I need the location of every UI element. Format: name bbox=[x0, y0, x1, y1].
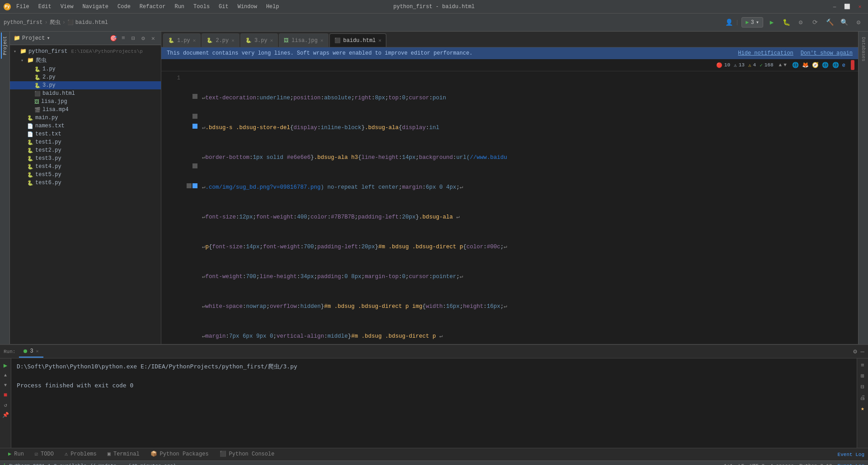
bp-settings-icon[interactable]: ≡ bbox=[859, 361, 867, 369]
search-button[interactable]: 🔍 bbox=[838, 17, 850, 28]
tab-close-baiduhtml[interactable]: ✕ bbox=[379, 37, 382, 43]
tab-todo[interactable]: ☑ TODO bbox=[30, 448, 58, 461]
tree-item-test5[interactable]: 🐍 test5.py bbox=[10, 171, 161, 179]
project-close-icon[interactable]: ✕ bbox=[149, 34, 157, 42]
event-log[interactable]: Event Log bbox=[838, 463, 864, 465]
safari-icon[interactable]: 🧭 bbox=[812, 62, 819, 69]
tree-item-1py[interactable]: 🐍 1.py bbox=[10, 65, 161, 73]
event-log-link[interactable]: Event Log bbox=[838, 452, 864, 457]
build-button[interactable]: 🔨 bbox=[824, 17, 835, 28]
tree-item-test3[interactable]: 🐍 test3.py bbox=[10, 154, 161, 163]
run-stop-button[interactable]: ■ bbox=[1, 391, 9, 399]
run-config-button[interactable]: ▶ 3 ▾ bbox=[741, 17, 763, 28]
window-controls[interactable]: — ⬜ ✕ bbox=[830, 2, 864, 11]
tab-3py[interactable]: 🐍 3.py ✕ bbox=[240, 33, 278, 47]
line-ending[interactable]: LF bbox=[738, 463, 744, 465]
tab-baiduhtml[interactable]: ⬛ baidu.html ✕ bbox=[329, 33, 387, 47]
bp-star-icon[interactable]: ★ bbox=[859, 405, 867, 413]
project-expand-icon[interactable]: ≡ bbox=[119, 34, 127, 42]
breadcrumb-root[interactable]: python_first bbox=[4, 19, 42, 26]
coverage-button[interactable]: ⚙ bbox=[795, 17, 807, 28]
code-content[interactable]: ↵text-decoration:underline;position:abso… bbox=[198, 71, 858, 344]
bp-terminal-icon[interactable]: ⊟ bbox=[859, 383, 867, 391]
menu-help[interactable]: Help bbox=[264, 3, 281, 11]
tree-item-python_first[interactable]: ▾ 📁 python_first E:\IDEA\PythonProjects\… bbox=[10, 47, 161, 56]
tree-item-test[interactable]: 📄 test.txt bbox=[10, 130, 161, 138]
project-locate-icon[interactable]: 🎯 bbox=[109, 34, 117, 42]
menu-file[interactable]: File bbox=[14, 3, 31, 11]
bp-layout-icon[interactable]: ⊞ bbox=[859, 372, 867, 380]
rsidebar-tab-databases[interactable]: Databases bbox=[860, 33, 867, 65]
edge-icon[interactable]: 🌐 bbox=[822, 62, 829, 69]
user-icon[interactable]: 👤 bbox=[725, 19, 733, 26]
tree-item-lisajpg[interactable]: 🖼 lisa.jpg bbox=[10, 98, 161, 106]
editor-content[interactable]: 1 bbox=[161, 71, 858, 344]
project-collapse-icon[interactable]: ⊟ bbox=[129, 34, 137, 42]
tab-close-1py[interactable]: ✕ bbox=[193, 37, 196, 43]
tab-2py[interactable]: 🐍 2.py ✕ bbox=[202, 33, 239, 47]
run-pin-button[interactable]: 📌 bbox=[1, 411, 9, 419]
tree-item-test4[interactable]: 🐍 test4.py bbox=[10, 163, 161, 171]
tab-problems[interactable]: ⚠ Problems bbox=[60, 448, 101, 461]
run-play-button[interactable]: ▶ bbox=[1, 361, 9, 369]
menu-tools[interactable]: Tools bbox=[192, 3, 211, 11]
menu-edit[interactable]: Edit bbox=[37, 3, 53, 11]
tab-run[interactable]: ▶ Run bbox=[4, 448, 28, 461]
breadcrumb-file-label[interactable]: baidu.html bbox=[75, 19, 108, 26]
tree-item-main[interactable]: 🐍 main.py bbox=[10, 114, 161, 122]
project-settings-icon[interactable]: ⚙ bbox=[139, 34, 147, 42]
status-update-text[interactable]: PyCharm 2021.1.3 available // Update... … bbox=[9, 463, 176, 465]
tree-item-baidu-html[interactable]: ⬛ baidu.html bbox=[10, 89, 161, 98]
maximize-button[interactable]: ⬜ bbox=[843, 2, 852, 11]
encoding[interactable]: UTF-8 bbox=[750, 463, 765, 465]
tab-terminal[interactable]: ▣ Terminal bbox=[103, 448, 144, 461]
python-version[interactable]: Python 3.10 bbox=[799, 463, 832, 465]
tree-item-3py[interactable]: 🐍 3.py bbox=[10, 81, 161, 89]
tab-close-lisajpg[interactable]: ✕ bbox=[320, 37, 324, 43]
hide-notification-link[interactable]: Hide notification bbox=[738, 50, 793, 56]
close-panel-icon[interactable]: — bbox=[861, 348, 864, 355]
ie-icon[interactable]: e bbox=[842, 62, 845, 69]
scroll-down-icon[interactable]: ▼ bbox=[784, 62, 787, 68]
menu-window[interactable]: Window bbox=[236, 3, 259, 11]
run-tab-close[interactable]: ✕ bbox=[36, 349, 39, 354]
tree-item-test1[interactable]: 🐍 test1.py bbox=[10, 138, 161, 146]
settings-icon[interactable]: ⚙ bbox=[853, 348, 857, 355]
run-tab[interactable]: 3 ✕ bbox=[19, 346, 43, 358]
run-rerun-button[interactable]: ↺ bbox=[1, 401, 9, 409]
project-dropdown-icon[interactable]: ▾ bbox=[47, 35, 50, 42]
settings-button[interactable]: ⚙ bbox=[853, 17, 864, 28]
dont-show-again-link[interactable]: Don't show again bbox=[801, 50, 853, 56]
menu-code[interactable]: Code bbox=[116, 3, 132, 11]
indent[interactable]: 4 spaces bbox=[770, 463, 794, 465]
profile-button[interactable]: ⟳ bbox=[809, 17, 821, 28]
menu-run[interactable]: Run bbox=[173, 3, 186, 11]
tab-close-2py[interactable]: ✕ bbox=[231, 37, 235, 43]
run-scroll-up[interactable]: ▲ bbox=[1, 371, 9, 379]
tab-python-console[interactable]: ⬛ Python Console bbox=[215, 448, 279, 461]
breadcrumb-folder[interactable]: 爬虫 bbox=[50, 19, 61, 26]
minimize-button[interactable]: — bbox=[830, 2, 839, 11]
run-button[interactable]: ▶ bbox=[766, 17, 778, 28]
tab-python-packages[interactable]: 📦 Python Packages bbox=[146, 448, 213, 461]
debug-button[interactable]: 🐛 bbox=[780, 17, 792, 28]
tab-close-3py[interactable]: ✕ bbox=[270, 37, 273, 43]
tree-item-lisamp4[interactable]: 🎬 lisa.mp4 bbox=[10, 106, 161, 114]
firefox-icon[interactable]: 🦊 bbox=[802, 62, 809, 69]
tree-item-2py[interactable]: 🐍 2.py bbox=[10, 73, 161, 81]
scroll-up-icon[interactable]: ▲ bbox=[779, 62, 782, 68]
menu-view[interactable]: View bbox=[59, 3, 75, 11]
run-scroll-down[interactable]: ▼ bbox=[1, 381, 9, 389]
position-indicator[interactable]: 1:1 bbox=[724, 463, 733, 465]
menu-navigate[interactable]: Navigate bbox=[80, 3, 110, 11]
opera-icon[interactable]: 🌐 bbox=[832, 62, 839, 69]
tree-item-names[interactable]: 📄 names.txt bbox=[10, 122, 161, 130]
bp-print-icon[interactable]: 🖨 bbox=[859, 394, 867, 402]
tree-item-test2[interactable]: 🐍 test2.py bbox=[10, 146, 161, 154]
sidebar-tab-project[interactable]: Project bbox=[1, 33, 9, 59]
menu-git[interactable]: Git bbox=[217, 3, 230, 11]
close-button[interactable]: ✕ bbox=[855, 2, 864, 11]
tab-1py[interactable]: 🐍 1.py ✕ bbox=[163, 33, 201, 47]
chrome-icon[interactable]: 🌐 bbox=[792, 62, 799, 69]
tree-item-test6[interactable]: 🐍 test6.py bbox=[10, 179, 161, 187]
